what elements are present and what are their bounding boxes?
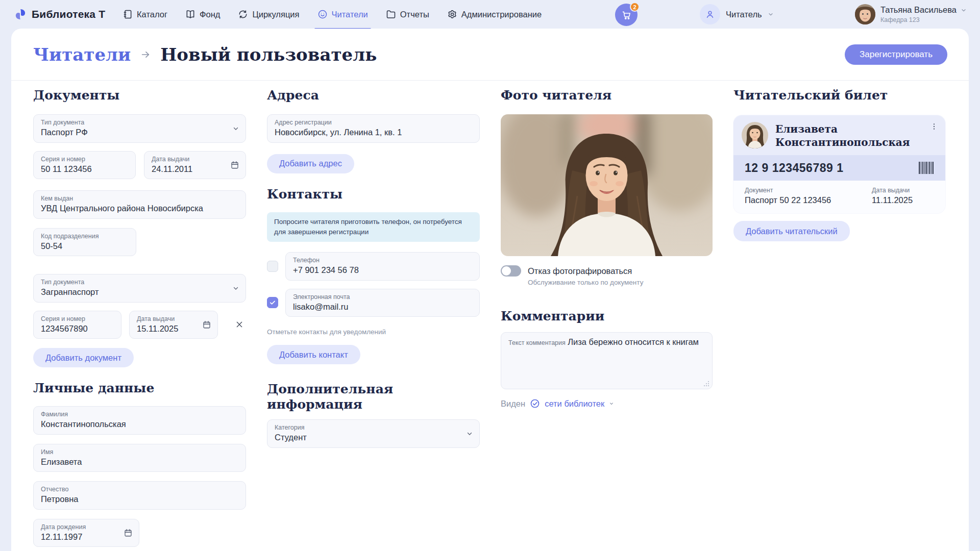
first-name-field[interactable]: Имя Елизавета [33, 444, 246, 472]
chevron-down-icon[interactable] [609, 401, 614, 406]
top-navigation: Библиотека Т Каталог Фонд [0, 0, 980, 29]
gear-icon [447, 9, 457, 19]
content-card: Читатели Новый пользователь Зарегистриро… [11, 29, 969, 551]
email-field[interactable]: Электронная почта lisako@mail.ru [285, 289, 480, 317]
reader-face-icon [317, 9, 328, 19]
brand-name: Библиотека Т [32, 8, 105, 20]
chevron-down-icon [232, 125, 239, 132]
card-document-label: Документ [745, 187, 831, 194]
documents-title: Документы [33, 88, 246, 103]
last-name-field[interactable]: Фамилия Константинопольская [33, 406, 246, 435]
nav-item-readers[interactable]: Читатели [317, 0, 368, 29]
person-icon [700, 4, 720, 24]
email-notify-checkbox[interactable] [267, 297, 278, 308]
breadcrumb-arrow-icon [140, 49, 151, 60]
breadcrumb-readers-link[interactable]: Читатели [33, 44, 131, 65]
check-icon [269, 299, 276, 306]
register-button[interactable]: Зарегистрировать [845, 44, 947, 65]
reader-photo[interactable] [501, 114, 713, 256]
refuse-photo-sublabel: Обслуживание только по документу [528, 279, 713, 286]
open-book-icon [185, 9, 195, 19]
nav-item-administration[interactable]: Администрирование [447, 0, 542, 29]
doc2-series-field[interactable]: Серия и номер 1234567890 [33, 311, 121, 339]
doc1-division-code-field[interactable]: Код подразделения 50-54 [33, 228, 136, 257]
doc2-type-select[interactable]: Тип документа Загранпаспорт [33, 274, 246, 303]
visible-prefix: Виден [501, 399, 525, 409]
add-address-button[interactable]: Добавить адрес [267, 154, 354, 173]
doc1-issued-by-field[interactable]: Кем выдан УВД Центрального района Новоси… [33, 190, 246, 219]
birth-date-field[interactable]: Дата рождения 12.11.1997 [33, 519, 139, 547]
calendar-icon [202, 320, 211, 329]
user-department: Кафедра 123 [880, 16, 967, 24]
role-label: Читатель [726, 10, 762, 19]
chevron-down-icon [961, 7, 967, 13]
photo-column: Фото читателя [501, 81, 713, 409]
library-card-title: Читательский билет [733, 88, 947, 103]
visibility-scope-link[interactable]: сети библиотек [545, 399, 604, 409]
card-menu-button[interactable] [930, 122, 938, 131]
user-avatar [855, 4, 875, 24]
barcode-icon [919, 162, 934, 174]
catalog-icon [122, 9, 133, 19]
calendar-icon [124, 528, 133, 537]
card-document-value: Паспорт 50 22 123456 [745, 195, 831, 205]
comments-title: Комментарии [501, 309, 713, 324]
remove-document-button[interactable] [233, 318, 246, 331]
library-card: Елизавета Константинопольская 12 9 12345… [733, 115, 945, 213]
nav-item-circulation[interactable]: Циркуляция [238, 0, 299, 29]
chevron-down-icon [768, 11, 774, 17]
doc1-issue-date-field[interactable]: Дата выдачи 24.11.2011 [144, 151, 246, 180]
notify-hint: Отметьте контакты для уведомлений [267, 328, 480, 336]
phone-notify-checkbox[interactable] [267, 261, 278, 272]
documents-column: Документы Тип документа Паспорт РФ Серия… [33, 81, 246, 551]
add-document-button[interactable]: Добавить документ [33, 348, 134, 367]
brand-logo-icon [14, 8, 27, 21]
add-library-card-button[interactable]: Добавить читательский [733, 221, 850, 241]
card-number: 12 9 123456789 1 [745, 161, 843, 175]
personal-title: Личные данные [33, 381, 246, 396]
card-holder-name: Елизавета Константинопольская [775, 122, 903, 149]
cart-count-badge: 2 [630, 2, 640, 12]
contacts-title: Контакты [267, 187, 480, 202]
brand[interactable]: Библиотека Т [14, 0, 105, 29]
chevron-down-icon [466, 430, 473, 437]
page-title: Новый пользователь [160, 44, 377, 65]
nav-item-reports[interactable]: Отчеты [386, 0, 429, 29]
user-name: Татьяна Васильева [880, 5, 957, 15]
check-circle-icon [530, 398, 540, 409]
refuse-photo-toggle[interactable] [501, 265, 521, 277]
photo-title: Фото читателя [501, 88, 713, 103]
addresses-title: Адреса [267, 88, 480, 103]
user-menu[interactable]: Татьяна Васильева Кафедра 123 [855, 4, 967, 24]
library-card-column: Читательский билет [733, 81, 947, 241]
card-holder-avatar [742, 122, 768, 148]
add-contact-button[interactable]: Добавить контакт [267, 345, 360, 364]
card-issue-date-value: 11.11.2025 [872, 195, 934, 205]
nav-item-catalog[interactable]: Каталог [122, 0, 167, 29]
doc1-type-select[interactable]: Тип документа Паспорт РФ [33, 114, 246, 143]
additional-title: Дополнительная информация [267, 382, 480, 412]
doc2-issue-date-field[interactable]: Дата выдачи 15.11.2025 [129, 311, 218, 339]
cart-button[interactable]: 2 [615, 4, 638, 26]
resize-handle[interactable] [704, 381, 709, 386]
form-columns: Документы Тип документа Паспорт РФ Серия… [11, 81, 969, 551]
chevron-down-icon [232, 285, 239, 292]
main-menu: Каталог Фонд Циркуляция [122, 0, 542, 29]
circulation-icon [238, 9, 248, 19]
registration-address-field[interactable]: Адрес регистрации Новосибирск, ул. Ленин… [267, 114, 480, 143]
middle-name-field[interactable]: Отчество Петровна [33, 481, 246, 510]
card-issue-date-label: Дата выдачи [872, 187, 934, 194]
doc1-series-field[interactable]: Серия и номер 50 11 123456 [33, 151, 136, 180]
nav-item-fund[interactable]: Фонд [185, 0, 220, 29]
role-switcher[interactable]: Читатель [700, 4, 774, 24]
calendar-icon [230, 160, 239, 169]
comment-textarea[interactable]: Текст комментария Лиза бережно относится… [501, 332, 713, 389]
phone-field[interactable]: Телефон +7 901 234 56 78 [285, 252, 480, 281]
phone-notice-banner: Попросите читателя приготовить телефон, … [267, 212, 480, 242]
cart-icon [621, 10, 632, 20]
page-header: Читатели Новый пользователь Зарегистриро… [11, 29, 969, 81]
refuse-photo-label: Отказ фотографироваться [528, 266, 632, 276]
contacts-column: Адреса Адрес регистрации Новосибирск, ул… [267, 81, 480, 448]
category-select[interactable]: Категория Студент [267, 419, 480, 448]
folder-icon [386, 9, 396, 19]
